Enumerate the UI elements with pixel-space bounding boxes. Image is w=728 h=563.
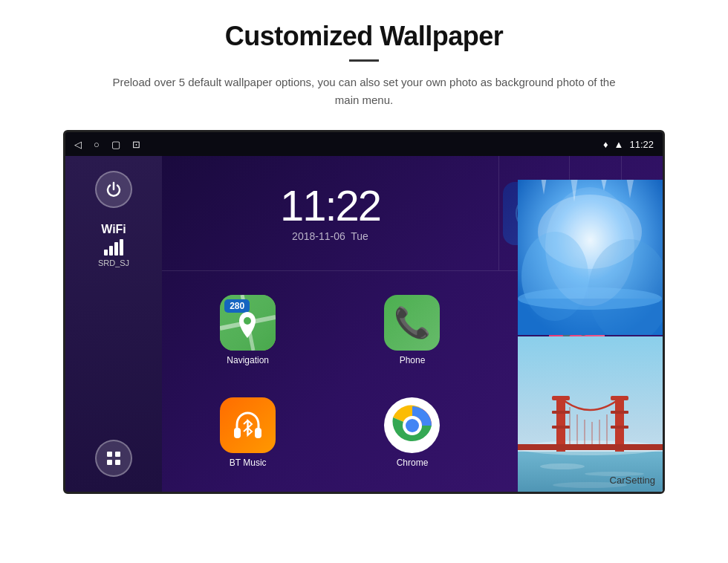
signal-icon: ▲ [614,139,624,150]
left-sidebar: WiFi SRD_SJ [65,156,162,492]
page-wrapper: Customized Wallpaper Preload over 5 defa… [0,0,728,563]
status-time: 11:22 [629,139,654,150]
wallpaper-ice[interactable] [518,180,663,335]
page-title: Customized Wallpaper [225,21,504,52]
svg-rect-53 [518,444,663,450]
chrome-label: Chrome [397,458,429,468]
android-main: WiFi SRD_SJ [65,156,663,492]
svg-rect-49 [615,396,624,452]
home-icon[interactable]: ○ [94,139,100,150]
status-bar: ◁ ○ ▢ ⊡ ♦ ▲ 11:22 [65,132,663,156]
wifi-label: WiFi [101,223,126,236]
svg-rect-16 [234,428,241,438]
wallpaper-panels: CarSetting [518,180,663,492]
svg-rect-51 [611,411,628,414]
page-subtitle: Preload over 5 default wallpaper options… [104,74,624,109]
carsetting-label: CarSetting [610,475,655,486]
android-screen[interactable]: ◁ ○ ▢ ⊡ ♦ ▲ 11:22 [63,130,665,494]
app-phone[interactable]: 📞 Phone [334,282,490,378]
sidebar-bottom [95,440,132,477]
phone-label: Phone [400,355,426,365]
apps-button[interactable] [95,440,132,477]
status-bar-left: ◁ ○ ▢ ⊡ [74,139,140,150]
svg-rect-52 [611,426,628,429]
status-bar-right: ♦ ▲ 11:22 [603,139,654,150]
clock-time: 11:22 [280,184,380,227]
wifi-bar-2 [109,246,113,256]
location-icon: ♦ [603,139,608,150]
svg-rect-47 [552,411,570,414]
recent-icon[interactable]: ▢ [111,139,120,150]
svg-point-60 [540,463,585,469]
clock-date: 2018-11-06 Tue [292,230,368,242]
svg-rect-2 [107,460,112,465]
chrome-icon [384,397,440,453]
svg-point-37 [545,187,634,306]
wifi-widget: WiFi SRD_SJ [98,223,129,267]
wifi-bar-4 [120,239,123,256]
phone-icon: 📞 [384,295,440,351]
navigation-icon: 280 [220,295,276,351]
svg-rect-17 [255,428,261,438]
svg-rect-48 [552,426,570,429]
svg-rect-45 [556,396,565,452]
svg-point-22 [406,419,419,432]
title-divider [349,59,379,62]
svg-rect-3 [115,460,120,465]
wifi-bar-1 [104,250,108,256]
clock-widget: 11:22 2018-11-06 Tue [162,156,499,270]
wallpaper-bridge[interactable]: CarSetting [518,336,663,492]
ice-shapes [518,180,663,335]
bt-music-label: BT Music [230,458,267,468]
wifi-bars [104,239,123,256]
svg-rect-1 [115,452,120,457]
wifi-ssid: SRD_SJ [98,258,129,267]
app-chrome[interactable]: Chrome [334,385,490,481]
screenshot-icon[interactable]: ⊡ [132,139,140,150]
app-bt-music[interactable]: BT Music [169,385,326,481]
navigation-label: Navigation [227,355,269,365]
sidebar-top: WiFi SRD_SJ [95,171,132,267]
bt-music-icon [220,397,276,453]
svg-point-15 [244,317,251,325]
wifi-bar-3 [114,242,118,256]
app-navigation[interactable]: 280 Navigation [169,282,326,378]
back-icon[interactable]: ◁ [74,139,82,150]
svg-rect-0 [107,452,112,457]
power-button[interactable] [95,171,132,208]
